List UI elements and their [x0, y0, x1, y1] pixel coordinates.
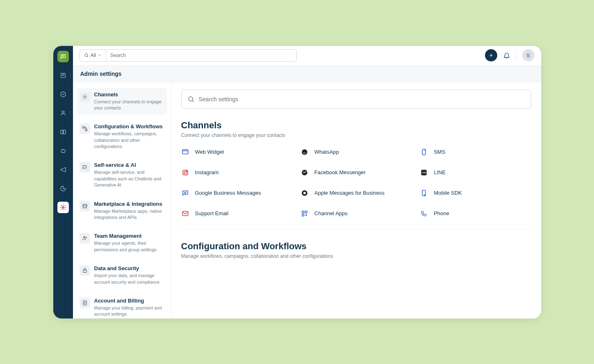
- svg-point-9: [83, 237, 85, 238]
- add-button[interactable]: [485, 49, 497, 61]
- svg-point-15: [302, 149, 307, 155]
- workflow-icon: [80, 123, 90, 134]
- gear-icon: [80, 91, 90, 102]
- global-search-input[interactable]: [106, 52, 296, 58]
- body: ChannelsConnect your channels to engage …: [73, 82, 541, 318]
- svg-rect-29: [305, 211, 307, 213]
- svg-point-6: [84, 96, 86, 98]
- svg-rect-11: [83, 270, 86, 273]
- svg-rect-28: [302, 211, 304, 213]
- messenger-icon: [300, 168, 309, 177]
- channel-whatsapp[interactable]: WhatsApp: [300, 148, 412, 156]
- settings-sidebar: ChannelsConnect your channels to engage …: [73, 82, 171, 318]
- nav-knowledge-icon[interactable]: [57, 126, 69, 138]
- nav-campaigns-icon[interactable]: ⋮: [57, 164, 69, 175]
- section-channels-desc: Connect your channels to engage your con…: [181, 132, 531, 138]
- svg-rect-8: [85, 129, 87, 131]
- content-area: Channels Connect your channels to engage…: [171, 82, 541, 318]
- svg-point-18: [184, 171, 187, 174]
- main-column: All S Admin settings: [73, 46, 541, 318]
- topbar: All S: [73, 46, 541, 66]
- shield-icon: [80, 265, 90, 276]
- channel-apps[interactable]: Channel Apps: [300, 209, 412, 218]
- email-icon: [181, 209, 189, 218]
- page-title: Admin settings: [73, 66, 541, 82]
- app-frame: ⋮ ⋮ ⋮ ⋮: [53, 46, 541, 318]
- sidebar-item-data-security[interactable]: Data and SecurityImport your data, and m…: [77, 262, 167, 289]
- topbar-divider: [516, 50, 517, 60]
- nav-chat-icon[interactable]: [57, 89, 69, 100]
- channels-grid: Web Widget WhatsApp SMS Instagram Facebo…: [181, 148, 531, 230]
- bell-icon: [503, 52, 510, 59]
- search-scope-dropdown[interactable]: All: [80, 50, 106, 61]
- section-config-desc: Manage workflows, campaigns, collaborati…: [181, 253, 531, 259]
- channel-support-email[interactable]: Support Email: [181, 209, 292, 218]
- search-scope-label: All: [91, 52, 96, 58]
- sidebar-item-channels[interactable]: ChannelsConnect your channels to engage …: [77, 88, 167, 115]
- channel-instagram[interactable]: Instagram: [181, 168, 292, 177]
- channel-facebook-messenger[interactable]: Facebook Messenger: [300, 168, 412, 177]
- channel-apple-messages[interactable]: Apple Messages for Business: [300, 189, 412, 197]
- user-avatar[interactable]: S: [522, 49, 535, 61]
- svg-point-5: [85, 54, 88, 57]
- nav-contacts-icon[interactable]: ⋮: [57, 107, 69, 119]
- ai-icon: [80, 162, 90, 173]
- sidebar-item-self-service[interactable]: Self-service & AIManage self-service, an…: [77, 159, 167, 191]
- svg-point-19: [187, 171, 187, 171]
- billing-icon: [80, 298, 90, 308]
- svg-point-2: [62, 111, 64, 113]
- apps-icon: [300, 209, 309, 218]
- svg-rect-30: [302, 214, 304, 216]
- settings-search-input[interactable]: [199, 96, 525, 102]
- section-channels-title: Channels: [181, 120, 531, 131]
- channel-google-business[interactable]: Google Business Messages: [181, 189, 292, 197]
- app-logo[interactable]: [57, 51, 69, 62]
- svg-point-24: [303, 192, 306, 194]
- notifications-button[interactable]: [503, 52, 510, 59]
- channel-phone[interactable]: Phone: [420, 209, 531, 218]
- svg-rect-14: [182, 150, 188, 154]
- marketplace-icon: [80, 201, 90, 212]
- svg-point-10: [85, 237, 86, 238]
- channel-sms[interactable]: SMS: [420, 148, 531, 156]
- chevron-down-icon: [98, 53, 102, 57]
- topbar-right: S: [485, 49, 535, 61]
- line-icon: LINE: [420, 168, 428, 177]
- section-config-title: Configuration and Workflows: [181, 241, 531, 252]
- plus-icon: [488, 52, 494, 58]
- nav-bot-icon[interactable]: [57, 145, 69, 157]
- sidebar-item-marketplace[interactable]: Marketplace & IntegrationsManage Marketp…: [77, 198, 167, 224]
- sidebar-item-configuration[interactable]: Configuration & WorkflowsManage workflow…: [77, 120, 167, 153]
- svg-point-13: [189, 97, 193, 101]
- svg-text:LINE: LINE: [421, 171, 426, 174]
- svg-point-26: [424, 195, 425, 196]
- apple-messages-icon: [300, 189, 309, 197]
- sidebar-item-team[interactable]: Team ManagementManage your agents, their…: [77, 230, 167, 256]
- nav-rail: ⋮ ⋮ ⋮ ⋮: [53, 46, 73, 318]
- global-search: All: [80, 49, 297, 61]
- search-icon: [84, 53, 89, 58]
- svg-point-4: [62, 207, 64, 208]
- nav-reports-icon[interactable]: [57, 183, 69, 194]
- web-widget-icon: [181, 148, 189, 156]
- svg-rect-3: [61, 150, 65, 152]
- nav-dashboard-icon[interactable]: ⋮: [57, 70, 69, 81]
- phone-icon: [420, 209, 428, 218]
- sms-icon: [420, 148, 428, 156]
- instagram-icon: [181, 168, 189, 177]
- channel-mobile-sdk[interactable]: Mobile SDK: [420, 189, 531, 197]
- search-icon: [187, 96, 195, 103]
- nav-settings-icon[interactable]: ⋮: [57, 202, 69, 213]
- settings-search: [181, 90, 531, 109]
- mobile-sdk-icon: [420, 189, 428, 197]
- channel-web-widget[interactable]: Web Widget: [181, 148, 292, 156]
- google-messages-icon: [181, 189, 189, 197]
- team-icon: [80, 233, 90, 243]
- svg-rect-7: [82, 127, 84, 128]
- sidebar-item-billing[interactable]: Account and BillingManage your billing, …: [77, 294, 167, 318]
- channel-line[interactable]: LINELINE: [420, 168, 531, 177]
- whatsapp-icon: [300, 148, 309, 156]
